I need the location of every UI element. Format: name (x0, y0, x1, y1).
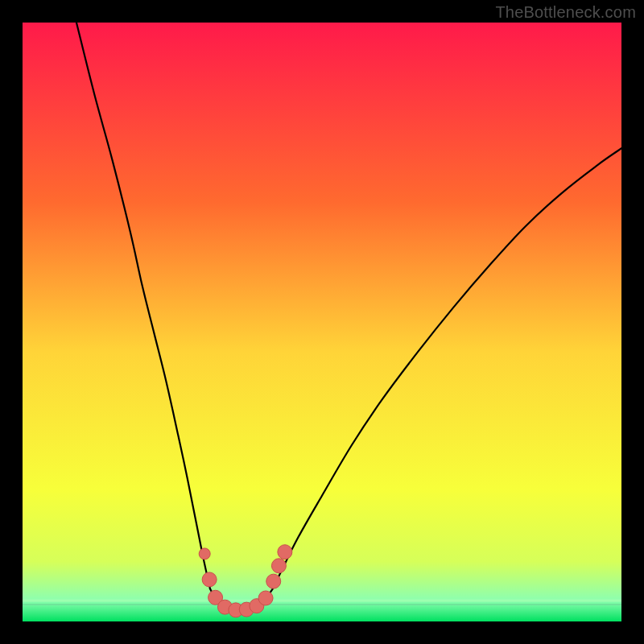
gradient-background (23, 23, 621, 621)
trough-marker-7 (258, 591, 273, 605)
trough-marker-10 (278, 545, 292, 559)
watermark-text: TheBottleneck.com (495, 3, 636, 22)
trough-marker-1 (202, 572, 217, 587)
trough-marker-0 (199, 548, 210, 559)
trough-marker-9 (271, 559, 286, 573)
chart-plot (23, 23, 621, 621)
chart-frame: TheBottleneck.com (0, 0, 644, 644)
ridge-light (23, 600, 621, 602)
ridge-mid (23, 604, 621, 605)
trough-marker-8 (266, 574, 281, 588)
